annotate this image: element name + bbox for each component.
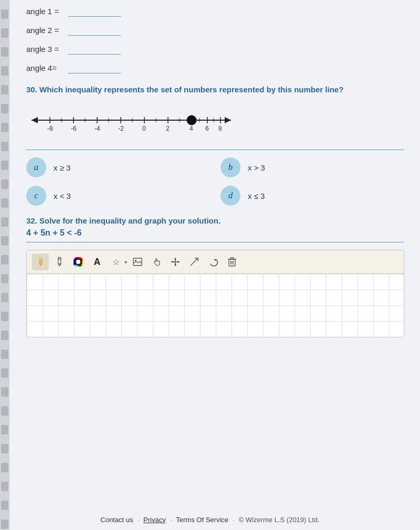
image-button[interactable]: [129, 253, 146, 270]
question-32-text: Solve for the inequality and graph your …: [37, 216, 220, 225]
hand-button[interactable]: [148, 253, 165, 270]
angle2-input[interactable]: [68, 24, 121, 36]
spiral-hole: [1, 520, 8, 529]
svg-text:-6: -6: [71, 125, 77, 132]
copyright-text: © Wizerme L.S (2019) Ltd.: [239, 516, 320, 524]
color-picker-button[interactable]: [70, 253, 87, 270]
divider-q30: [26, 150, 404, 150]
spiral-hole: [1, 349, 8, 359]
option-a-row: a x ≥ 3: [26, 157, 210, 177]
option-b-button[interactable]: b: [220, 157, 240, 177]
star-chevron-icon: ▾: [124, 259, 127, 265]
option-c-button[interactable]: c: [26, 186, 46, 206]
svg-text:8: 8: [218, 125, 222, 132]
move-icon: [171, 257, 180, 267]
svg-text:4: 4: [190, 125, 193, 132]
spiral-hole: [1, 463, 8, 472]
spiral-hole: [1, 198, 8, 208]
question-30-title: 30. Which inequality represents the set …: [26, 84, 404, 95]
pencil-icon: [55, 257, 64, 267]
spiral-binding: [0, 0, 9, 530]
reset-button[interactable]: [205, 253, 222, 270]
svg-text:0: 0: [142, 125, 146, 132]
resize-button[interactable]: [186, 253, 203, 270]
pencil-fill-icon: [36, 257, 45, 267]
question-32-block: 32. Solve for the inequality and graph y…: [26, 216, 404, 337]
spiral-hole: [1, 444, 8, 453]
contact-link[interactable]: Contact us: [100, 516, 133, 524]
angle3-input[interactable]: [68, 43, 121, 55]
spiral-hole: [1, 425, 8, 434]
drawing-area[interactable]: [27, 274, 404, 337]
move-button[interactable]: [167, 253, 184, 270]
spiral-hole: [1, 9, 8, 19]
svg-text:-4: -4: [94, 125, 100, 132]
svg-point-29: [187, 115, 196, 125]
delete-button[interactable]: [224, 253, 240, 270]
spiral-hole: [1, 104, 8, 113]
spiral-hole: [1, 161, 8, 170]
angle1-input[interactable]: [68, 5, 121, 17]
drawing-tool-container: A ☆ ▾: [26, 250, 404, 337]
spiral-hole: [1, 255, 8, 264]
number-line-container: -8 -6 -4 -2 0 2: [26, 101, 404, 141]
svg-point-40: [135, 260, 136, 261]
svg-marker-34: [58, 264, 61, 266]
pencil-button[interactable]: [51, 253, 68, 270]
footer-dot-3: ·: [233, 516, 235, 524]
angle-row-2: angle 2 =: [26, 24, 404, 36]
question-30-text: Which inequality represents the set of n…: [37, 85, 343, 94]
spiral-hole: [1, 28, 8, 38]
reset-icon: [208, 257, 218, 267]
options-grid: a x ≥ 3 b x > 3 c x < 3: [26, 157, 404, 206]
angle4-label: angle 4=: [26, 63, 68, 72]
angle4-input[interactable]: [68, 62, 121, 73]
spiral-hole: [1, 312, 8, 321]
spiral-hole: [1, 501, 8, 510]
privacy-link[interactable]: Privacy: [143, 516, 166, 524]
option-c-text: x < 3: [54, 192, 71, 200]
terms-link[interactable]: Terms Of Service: [176, 516, 228, 524]
svg-marker-31: [39, 264, 42, 266]
option-b-text: x > 3: [248, 163, 265, 172]
trash-icon: [228, 257, 236, 267]
spiral-hole: [1, 179, 8, 189]
spiral-hole: [1, 66, 8, 76]
spiral-hole: [1, 482, 8, 491]
spiral-hole: [1, 387, 8, 397]
hand-icon: [152, 257, 161, 267]
star-button[interactable]: ☆: [108, 253, 124, 270]
spiral-hole: [1, 123, 8, 132]
spiral-hole: [1, 293, 8, 302]
angle-section: angle 1 = angle 2 = angle 3 = angle 4=: [26, 5, 404, 73]
svg-rect-33: [58, 258, 61, 264]
svg-marker-44: [174, 264, 176, 266]
svg-marker-1: [32, 117, 38, 123]
option-a-button[interactable]: a: [26, 157, 46, 177]
text-icon: A: [94, 257, 101, 268]
question-32-equation: 4 + 5n + 5 < -6: [26, 228, 404, 238]
angle1-label: angle 1 =: [26, 7, 68, 16]
option-d-button[interactable]: d: [220, 186, 240, 206]
star-icon: ☆: [112, 257, 120, 267]
toolbar: A ☆ ▾: [27, 250, 404, 274]
spiral-hole: [1, 368, 8, 378]
text-button[interactable]: A: [89, 253, 106, 270]
svg-marker-45: [171, 261, 173, 263]
option-d-row: d x ≤ 3: [220, 186, 404, 206]
page: angle 1 = angle 2 = angle 3 = angle 4= 3…: [0, 0, 420, 530]
footer: Contact us · Privacy · Terms Of Service …: [0, 509, 420, 530]
spiral-hole: [1, 142, 8, 151]
svg-marker-43: [174, 258, 176, 260]
pencil-fill-button[interactable]: [32, 253, 49, 270]
angle3-label: angle 3 =: [26, 45, 68, 54]
svg-point-38: [76, 260, 80, 264]
question-30-number: 30.: [26, 85, 37, 94]
svg-rect-32: [39, 258, 42, 259]
question-32-title: 32. Solve for the inequality and graph y…: [26, 216, 404, 225]
divider-q32: [26, 242, 404, 242]
spiral-hole: [1, 274, 8, 283]
spiral-hole: [1, 331, 8, 340]
star-dropdown[interactable]: ☆ ▾: [108, 253, 127, 270]
spiral-hole: [1, 217, 8, 227]
